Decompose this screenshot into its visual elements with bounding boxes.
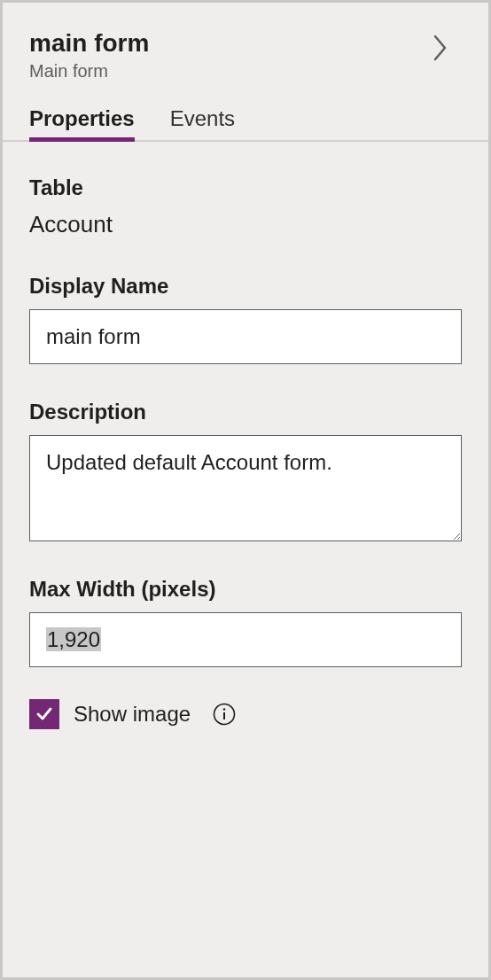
show-image-checkbox[interactable] bbox=[29, 699, 59, 729]
panel-header: main form Main form bbox=[3, 3, 488, 82]
tab-properties[interactable]: Properties bbox=[29, 106, 135, 140]
max-width-value: 1,920 bbox=[46, 627, 101, 651]
panel-content: Table Account Display Name Description U… bbox=[3, 142, 488, 756]
max-width-input[interactable]: 1,920 bbox=[29, 612, 462, 667]
chevron-right-icon[interactable] bbox=[430, 31, 451, 65]
panel-subtitle: Main form bbox=[29, 61, 462, 82]
show-image-row: Show image bbox=[29, 699, 462, 729]
display-name-label: Display Name bbox=[29, 274, 462, 299]
svg-rect-2 bbox=[223, 712, 225, 719]
description-label: Description bbox=[29, 400, 462, 424]
table-label: Table bbox=[29, 175, 462, 200]
svg-point-1 bbox=[223, 708, 226, 711]
info-icon[interactable] bbox=[212, 702, 237, 727]
description-input[interactable]: Updated default Account form. bbox=[29, 435, 462, 541]
display-name-input[interactable] bbox=[29, 309, 462, 364]
panel-title: main form bbox=[29, 29, 462, 58]
table-value: Account bbox=[29, 211, 462, 238]
tabs: Properties Events bbox=[3, 82, 488, 142]
tab-events[interactable]: Events bbox=[170, 106, 235, 140]
properties-panel: main form Main form Properties Events Ta… bbox=[0, 0, 491, 980]
show-image-label: Show image bbox=[74, 702, 191, 727]
max-width-label: Max Width (pixels) bbox=[29, 577, 462, 602]
